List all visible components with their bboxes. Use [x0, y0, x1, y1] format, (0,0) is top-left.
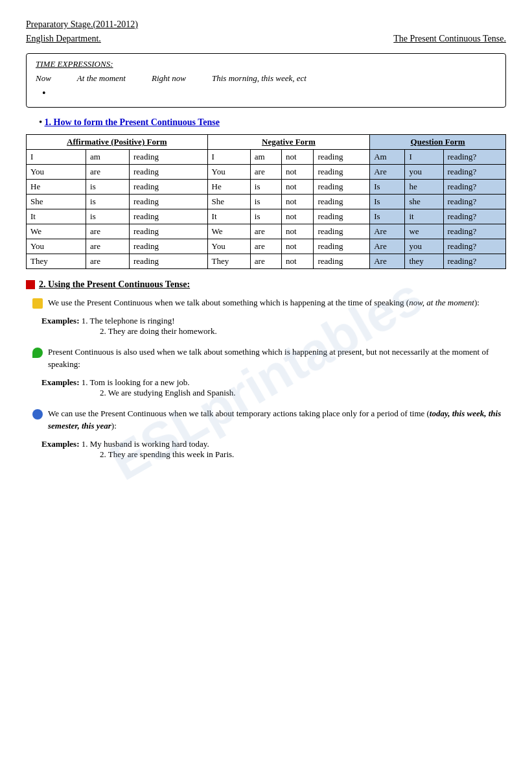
table-cell: They: [27, 254, 86, 269]
table-cell: Is: [370, 180, 405, 195]
usage-block-3: We can use the Present Continuous when w…: [26, 407, 506, 460]
header-affirmative: Affirmative (Positive) Form: [27, 135, 208, 150]
table-cell: reading: [314, 239, 370, 254]
table-cell: reading?: [443, 150, 505, 165]
section2-title: 2. Using the Present Continuous Tense:: [26, 279, 506, 290]
table-cell: are: [86, 254, 130, 269]
table-cell: reading: [130, 195, 208, 209]
table-cell: Are: [370, 239, 405, 254]
time-expressions-row: Now At the moment Right now This morning…: [36, 73, 496, 84]
table-cell: reading?: [443, 180, 505, 195]
table-cell: reading: [130, 239, 208, 254]
table-cell: You: [27, 165, 86, 180]
header-line1: Preparatory Stage.(2011-2012): [26, 19, 506, 30]
usage2-text: Present Continuous is also used when we …: [48, 346, 506, 371]
table-cell: are: [86, 239, 130, 254]
table-cell: not: [282, 180, 314, 195]
table-cell: is: [250, 195, 281, 209]
time-expressions-title: TIME EXPRESSIONS:: [36, 59, 496, 69]
table-cell: is: [86, 209, 130, 224]
table-cell: reading: [130, 224, 208, 239]
time-expr-rightnow: Right now: [152, 73, 186, 84]
table-cell: She: [27, 195, 86, 209]
green-icon: [32, 347, 45, 358]
table-cell: Are: [370, 254, 405, 269]
table-cell: I: [207, 150, 250, 165]
table-cell: He: [207, 180, 250, 195]
table-cell: reading: [130, 165, 208, 180]
table-cell: are: [86, 224, 130, 239]
usage1-text: We use the Present Continuous when we ta…: [48, 296, 480, 309]
section1-link[interactable]: 1. How to form the Present Continuous Te…: [45, 117, 220, 127]
table-cell: it: [405, 209, 443, 224]
table-cell: reading: [130, 150, 208, 165]
table-cell: She: [207, 195, 250, 209]
table-cell: reading?: [443, 165, 505, 180]
table-cell: You: [207, 165, 250, 180]
table-cell: reading: [130, 209, 208, 224]
table-cell: They: [207, 254, 250, 269]
table-cell: is: [250, 180, 281, 195]
usage2-examples: Examples: 1. Tom is looking for a new jo…: [41, 377, 506, 398]
section1-bullet: • 1. How to form the Present Continuous …: [26, 117, 506, 128]
table-cell: reading?: [443, 224, 505, 239]
table-cell: reading: [130, 180, 208, 195]
table-cell: Am: [370, 150, 405, 165]
table-cell: reading?: [443, 239, 505, 254]
table-cell: is: [86, 195, 130, 209]
yellow-icon: [32, 298, 45, 309]
usage1-examples: Examples: 1. The telephone is ringing! 2…: [41, 316, 506, 337]
table-cell: not: [282, 209, 314, 224]
header-line2: English Department. The Present Continuo…: [26, 34, 506, 44]
table-cell: not: [282, 254, 314, 269]
table-cell: reading: [314, 254, 370, 269]
table-cell: You: [207, 239, 250, 254]
table-cell: reading: [314, 224, 370, 239]
usage3-text: We can use the Present Continuous when w…: [48, 407, 506, 432]
time-expr-moment: At the moment: [77, 73, 126, 84]
table-cell: He: [27, 180, 86, 195]
table-cell: are: [250, 239, 281, 254]
table-cell: not: [282, 150, 314, 165]
table-cell: reading: [130, 254, 208, 269]
table-cell: you: [405, 239, 443, 254]
table-cell: not: [282, 195, 314, 209]
red-square-icon: [26, 280, 35, 289]
table-cell: she: [405, 195, 443, 209]
header-question: Question Form: [370, 135, 506, 150]
time-expressions-box: TIME EXPRESSIONS: Now At the moment Righ…: [26, 53, 506, 108]
table-cell: You: [27, 239, 86, 254]
usage-block-1: We use the Present Continuous when we ta…: [26, 296, 506, 337]
table-cell: It: [207, 209, 250, 224]
table-cell: not: [282, 239, 314, 254]
table-cell: reading: [314, 150, 370, 165]
table-cell: Are: [370, 224, 405, 239]
table-cell: is: [86, 180, 130, 195]
department-label: English Department.: [26, 34, 101, 44]
table-cell: reading?: [443, 254, 505, 269]
table-cell: they: [405, 254, 443, 269]
table-cell: he: [405, 180, 443, 195]
table-cell: We: [207, 224, 250, 239]
table-cell: you: [405, 165, 443, 180]
page-title: The Present Continuous Tense.: [393, 34, 506, 44]
table-cell: we: [405, 224, 443, 239]
usage3-examples: Examples: 1. My husband is working hard …: [41, 439, 506, 460]
table-cell: reading?: [443, 195, 505, 209]
table-cell: We: [27, 224, 86, 239]
table-cell: I: [27, 150, 86, 165]
table-cell: not: [282, 165, 314, 180]
usage-block-2: Present Continuous is also used when we …: [26, 346, 506, 398]
table-cell: I: [405, 150, 443, 165]
table-cell: am: [250, 150, 281, 165]
table-cell: are: [86, 165, 130, 180]
table-cell: am: [86, 150, 130, 165]
section2-title-text: 2. Using the Present Continuous Tense:: [39, 279, 190, 290]
table-cell: reading?: [443, 209, 505, 224]
table-cell: are: [250, 165, 281, 180]
table-cell: Is: [370, 195, 405, 209]
table-cell: is: [250, 209, 281, 224]
table-cell: are: [250, 224, 281, 239]
table-cell: reading: [314, 180, 370, 195]
conjugation-table: Affirmative (Positive) Form Negative For…: [26, 134, 506, 269]
